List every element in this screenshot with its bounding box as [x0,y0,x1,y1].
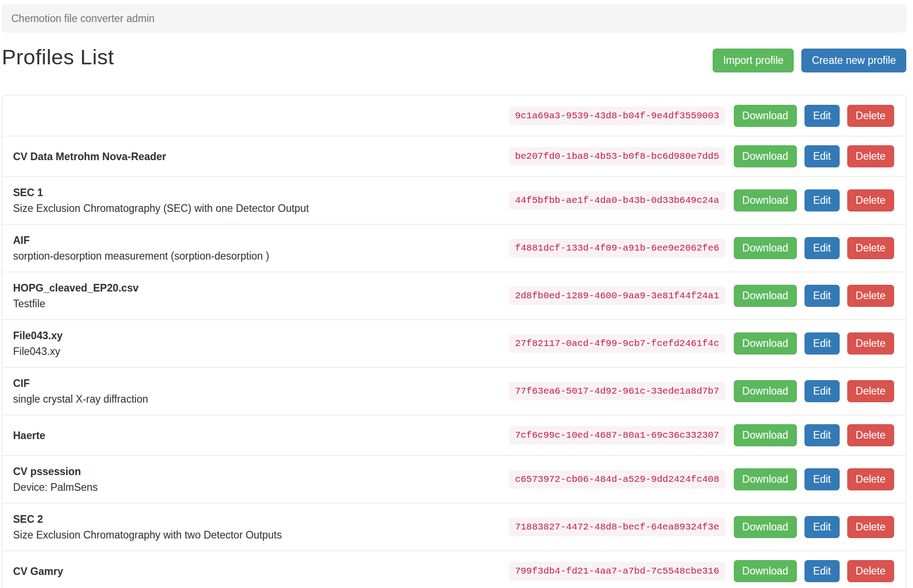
download-button[interactable]: Download [734,145,797,167]
profile-actions-cell: Download Edit Delete [734,560,894,582]
profile-title: CV Data Metrohm Nova-Reader [13,150,500,163]
profile-uuid: 799f3db4-fd21-4aa7-a7bd-7c5548cbe316 [509,562,726,580]
download-button[interactable]: Download [734,332,797,355]
download-button[interactable]: Download [734,560,797,582]
delete-button[interactable]: Delete [847,516,894,538]
profile-description: Size Exclusion Chromatography (SEC) with… [13,202,500,215]
profile-uuid: 44f5bfbb-ae1f-4da0-b43b-0d33b649c24a [509,191,726,210]
download-button[interactable]: Download [734,285,797,307]
profile-uuid-cell: 2d8fb0ed-1289-4600-9aa9-3e81f44f24a1 [509,291,726,301]
edit-button[interactable]: Edit [805,285,840,307]
header-row: Profiles List Import profile Create new … [2,45,906,72]
profiles-table: 9c1a69a3-9539-43d8-b04f-9e4df3559003 Dow… [2,95,906,588]
profile-uuid: 2d8fb0ed-1289-4600-9aa9-3e81f44f24a1 [509,287,726,305]
edit-button[interactable]: Edit [805,145,840,167]
delete-button[interactable]: Delete [847,237,894,259]
delete-button[interactable]: Delete [847,189,894,211]
profile-uuid-cell: 7cf6c99c-10ed-4687-80a1-69c36c332307 [509,430,726,440]
delete-button[interactable]: Delete [847,424,894,446]
delete-button[interactable]: Delete [847,380,894,402]
delete-button[interactable]: Delete [847,560,894,582]
delete-button[interactable]: Delete [847,105,894,127]
profile-text-cell: SEC 1 Size Exclusion Chromatography (SEC… [13,186,509,215]
download-button[interactable]: Download [734,516,797,538]
table-row: HOPG_cleaved_EP20.csv Testfile 2d8fb0ed-… [2,272,906,319]
download-button[interactable]: Download [734,380,797,402]
profile-description: sorption-desorption measurement (sorptio… [13,249,500,263]
import-profile-button[interactable]: Import profile [713,49,794,72]
table-row: 9c1a69a3-9539-43d8-b04f-9e4df3559003 Dow… [2,95,906,136]
profile-uuid: be207fd0-1ba8-4b53-b0f8-bc6d980e7dd5 [509,147,726,166]
profile-uuid-cell: c6573972-cb06-484d-a529-9dd2424fc408 [509,474,726,485]
profile-actions-cell: Download Edit Delete [734,332,894,355]
edit-button[interactable]: Edit [805,189,840,211]
profile-title: AIF [13,233,500,247]
profile-actions-cell: Download Edit Delete [734,189,894,211]
edit-button[interactable]: Edit [805,380,840,402]
profile-actions-cell: Download Edit Delete [734,105,894,127]
profile-text-cell: File043.xy File043.xy [13,329,509,358]
download-button[interactable]: Download [734,424,797,446]
download-button[interactable]: Download [734,189,797,211]
edit-button[interactable]: Edit [805,516,840,538]
table-row: CIF single crystal X-ray diffraction 77f… [2,367,906,415]
profile-title: Haerte [13,429,500,442]
profile-description: Testfile [13,297,500,310]
download-button[interactable]: Download [734,468,797,490]
profile-description: File043.xy [13,345,500,358]
create-new-profile-button[interactable]: Create new profile [801,49,906,72]
edit-button[interactable]: Edit [805,237,840,259]
profile-description: single crystal X-ray diffraction [13,392,500,406]
profile-actions-cell: Download Edit Delete [734,424,894,446]
table-row: CV Data Metrohm Nova-Reader be207fd0-1ba… [2,136,906,176]
delete-button[interactable]: Delete [847,468,894,490]
profile-text-cell: CV pssession Device: PalmSens [13,465,509,494]
header-buttons: Import profile Create new profile [713,49,906,72]
profile-actions-cell: Download Edit Delete [734,380,894,402]
download-button[interactable]: Download [734,237,797,259]
profile-uuid: 7cf6c99c-10ed-4687-80a1-69c36c332307 [509,426,726,444]
profile-title: CIF [13,377,500,390]
profile-text-cell: Haerte [13,429,509,442]
edit-button[interactable]: Edit [805,332,840,355]
profile-uuid: 71883827-4472-48d8-becf-64ea89324f3e [509,518,726,536]
delete-button[interactable]: Delete [847,145,894,167]
profile-uuid: c6573972-cb06-484d-a529-9dd2424fc408 [509,470,726,489]
profile-description: Device: PalmSens [13,480,500,494]
table-row: AIF sorption-desorption measurement (sor… [2,224,906,272]
profile-actions-cell: Download Edit Delete [734,468,894,490]
profile-actions-cell: Download Edit Delete [734,145,894,167]
delete-button[interactable]: Delete [847,285,894,307]
table-row: SEC 2 Size Exclusion Chromatography with… [2,503,906,551]
profile-actions-cell: Download Edit Delete [734,285,894,307]
profile-uuid: 27f82117-0acd-4f99-9cb7-fcefd2461f4c [509,334,726,353]
table-row: Haerte 7cf6c99c-10ed-4687-80a1-69c36c332… [2,415,906,455]
table-row: CV Gamry 799f3db4-fd21-4aa7-a7bd-7c5548c… [2,551,906,588]
profile-uuid: 77f63ea6-5017-4d92-961c-33ede1a8d7b7 [509,382,726,400]
profile-uuid-cell: 9c1a69a3-9539-43d8-b04f-9e4df3559003 [509,111,726,121]
edit-button[interactable]: Edit [805,105,840,127]
profile-uuid-cell: be207fd0-1ba8-4b53-b0f8-bc6d980e7dd5 [509,151,726,162]
profile-title: HOPG_cleaved_EP20.csv [13,281,500,295]
profile-text-cell: CIF single crystal X-ray diffraction [13,377,509,406]
profile-title: CV Gamry [13,565,500,578]
profile-uuid-cell: f4881dcf-133d-4f09-a91b-6ee9e2062fe6 [509,243,726,253]
profile-text-cell: AIF sorption-desorption measurement (sor… [13,233,509,263]
delete-button[interactable]: Delete [847,332,894,355]
profile-description: Size Exclusion Chromatography with two D… [13,528,500,542]
profile-title: SEC 2 [13,512,500,526]
page: Chemotion file converter admin Profiles … [0,0,913,588]
profile-text-cell: HOPG_cleaved_EP20.csv Testfile [13,281,509,310]
edit-button[interactable]: Edit [805,468,840,490]
profile-title: SEC 1 [13,186,500,199]
page-title: Profiles List [2,45,713,69]
profile-uuid: 9c1a69a3-9539-43d8-b04f-9e4df3559003 [509,107,726,125]
profile-uuid-cell: 799f3db4-fd21-4aa7-a7bd-7c5548cbe316 [509,566,726,576]
navbar-brand[interactable]: Chemotion file converter admin [2,13,154,25]
profile-uuid-cell: 77f63ea6-5017-4d92-961c-33ede1a8d7b7 [509,386,726,396]
edit-button[interactable]: Edit [805,560,840,582]
table-row: SEC 1 Size Exclusion Chromatography (SEC… [2,176,906,224]
download-button[interactable]: Download [734,105,797,127]
profile-actions-cell: Download Edit Delete [734,516,894,538]
edit-button[interactable]: Edit [805,424,840,446]
